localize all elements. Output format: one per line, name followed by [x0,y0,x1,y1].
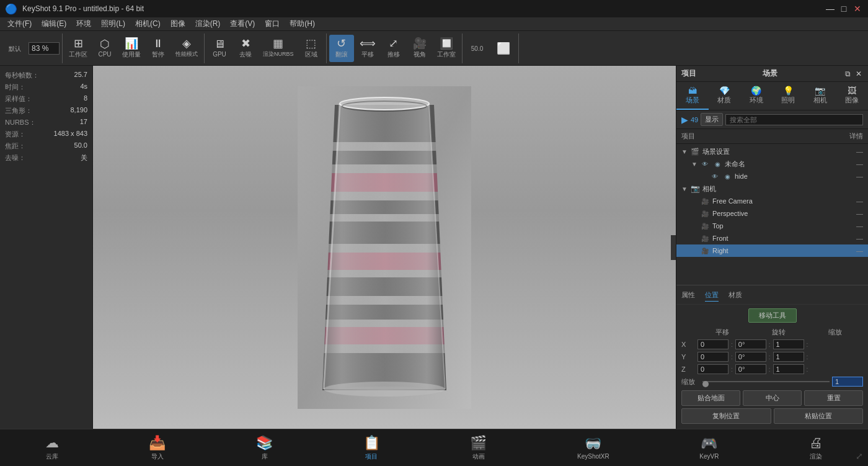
tree-item-right[interactable]: 🎥 Right — [676,244,868,257]
center-btn[interactable]: 中心 [743,390,802,406]
toolbar-region-btn[interactable]: ⬚ 区域 [299,35,324,62]
close-button[interactable]: ✕ [852,3,863,14]
toolbar-default-btn[interactable]: 默认 [2,35,27,62]
menu-item-c[interactable]: 相机(C) [130,17,166,30]
panel-controls: ⧉ ✕ [844,69,863,78]
menu-item-e[interactable]: 编辑(E) [37,17,71,30]
tab-material[interactable]: 💎 材质 [709,82,741,110]
tab-image[interactable]: 🖼 图像 [836,82,869,110]
toolbar-nurbs-btn[interactable]: ▦ 渲染NURBS [259,35,298,62]
rotate-z-input[interactable] [735,364,766,374]
panel-float-btn[interactable]: ⧉ [844,69,852,78]
toolbar-default-group: 默认 [2,34,63,63]
panel-resize-handle[interactable] [671,235,676,260]
scene-tab-icon: 🏔 [678,86,707,96]
scale-y-input[interactable] [773,352,804,362]
tree-item-hide[interactable]: 👁 ◉ hide — [676,170,868,182]
bottom-tool-import[interactable]: 📥 导入 [141,432,173,464]
stats-panel: 每秒帧数： 25.7 时间： 4s 采样值： 8 三角形： 8,190 NURB… [0,66,93,429]
transform-row-z: Z : : : [676,363,868,375]
translate-x-input[interactable] [698,339,728,349]
menu-item-[interactable]: 窗口 [260,17,285,30]
cam-icon: 🎥 [700,208,710,218]
tab-scene[interactable]: 🏔 场景 [676,82,709,110]
menubar: 文件(F)编辑(E)环境照明(L)相机(C)图像渲染(R)查看(V)窗口帮助(H… [0,17,868,31]
menu-item-[interactable]: 环境 [71,17,96,30]
extra-icon: ⬜ [497,43,510,54]
bottom-tool-project[interactable]: 📋 项目 [356,432,388,464]
scale-x-input[interactable] [773,339,804,349]
translate-z-input[interactable] [698,364,728,374]
toolbar-fov-btn[interactable]: 🎥 视角 [407,35,432,62]
bottom-tool-lib2[interactable]: 📚 库 [249,432,280,464]
toolbar-focal-group: 50.0 ⬜ [465,34,519,63]
tree-item-top[interactable]: 🎥 Top — [676,220,868,232]
import-icon: 📥 [149,435,166,451]
slider-thumb[interactable] [702,381,709,387]
scale-slider[interactable] [702,381,830,382]
resize-corner[interactable]: ⤢ [856,451,863,461]
minimize-button[interactable]: — [825,3,836,14]
bottom-tool-render[interactable]: 🖨 渲染 [802,432,830,464]
panel-close-btn[interactable]: ✕ [854,69,863,78]
tab-environment[interactable]: 🌍 环境 [740,82,773,110]
move-tool-button[interactable]: 移动工具 [748,308,797,323]
translate-y-input[interactable] [698,352,728,362]
perf-icon: ◈ [182,38,191,49]
bottom-tool-keyvr[interactable]: 🎮 KeyVR [692,433,726,462]
tree-item-perspective[interactable]: 🎥 Perspective — [676,207,868,220]
tree-item-free-camera[interactable]: 🎥 Free Camera — [676,195,868,207]
toolbar-gpu-btn[interactable]: 🖥 GPU [207,35,232,62]
menu-item-h[interactable]: 帮助(H) [285,17,320,30]
bottom-tool-keyshotxr[interactable]: 🥽 KeyShotXR [570,433,617,462]
bottom-tool-animation[interactable]: 🎬 动画 [463,432,494,464]
material-tab-icon: 💎 [710,86,740,96]
scale-value-input[interactable] [832,377,863,387]
display-filter-btn[interactable]: 显示 [701,113,723,126]
viewport[interactable] [93,66,676,429]
toolbar-focal-btn[interactable]: 50.0 [465,35,490,62]
copy-position-btn[interactable]: 复制位置 [681,408,771,424]
tree-item-scene-settings[interactable]: ▼ 🎬 场景设置 — [676,145,868,158]
toolbar-cpu-btn[interactable]: ⬡ CPU [92,35,117,62]
tree-item-camera-section[interactable]: ▼ 📷 相机 [676,182,868,195]
toolbar-usage-btn[interactable]: 📊 使用量 [118,35,144,62]
rotate-x-input[interactable] [735,339,766,349]
filter-expand[interactable]: ▶ [681,115,688,125]
rotate-y-input[interactable] [735,352,766,362]
menu-item-v[interactable]: 查看(V) [225,17,260,30]
maximize-button[interactable]: □ [838,3,849,14]
toolbar-dolly-btn[interactable]: ⤢ 推移 [381,35,406,62]
snap-to-ground-btn[interactable]: 贴合地面 [681,390,740,406]
tree-header: 项目 详情 [676,129,868,144]
menu-item-[interactable]: 图像 [166,17,190,30]
toolbar-pause-btn[interactable]: ⏸ 暂停 [146,35,170,62]
tree-item-front[interactable]: 🎥 Front — [676,232,868,244]
prop-tab-material[interactable]: 材质 [728,290,742,302]
toolbar-workspace-btn[interactable]: ⊞ 工作区 [65,35,91,62]
scale-z-input[interactable] [773,364,804,374]
menu-item-r[interactable]: 渲染(R) [190,17,226,30]
cam-icon: 🎥 [700,221,710,231]
prop-tab-position[interactable]: 位置 [705,290,719,302]
menu-item-l[interactable]: 照明(L) [96,17,130,30]
prop-tab-attributes[interactable]: 属性 [681,290,695,302]
lib2-icon: 📚 [256,435,273,451]
reset-btn[interactable]: 重置 [804,390,863,406]
tab-lighting[interactable]: 💡 照明 [773,82,805,110]
zoom-input[interactable] [29,42,60,55]
toolbar-pan-btn[interactable]: ⟺ 平移 [355,35,380,62]
search-input[interactable] [725,114,863,125]
paste-position-btn[interactable]: 粘贴位置 [774,408,864,424]
toolbar-perf-btn[interactable]: ◈ 性能模式 [172,35,202,62]
nurbs-icon: ▦ [273,38,283,49]
tab-camera[interactable]: 📷 相机 [804,82,836,110]
toolbar-extra-btn[interactable]: ⬜ [491,35,516,62]
slider-track[interactable] [702,381,830,382]
toolbar-studio-btn[interactable]: 🔲 工作室 [433,35,459,62]
toolbar-tumble-btn[interactable]: ↺ 翻滚 [329,35,354,62]
bottom-tool-library[interactable]: ☁ 云库 [38,432,66,464]
tree-item-unnamed[interactable]: ▼ 👁 ◉ 未命名 — [676,158,868,170]
menu-item-f[interactable]: 文件(F) [2,17,37,30]
toolbar-denoise-btn[interactable]: ✖ 去噪 [233,35,258,62]
